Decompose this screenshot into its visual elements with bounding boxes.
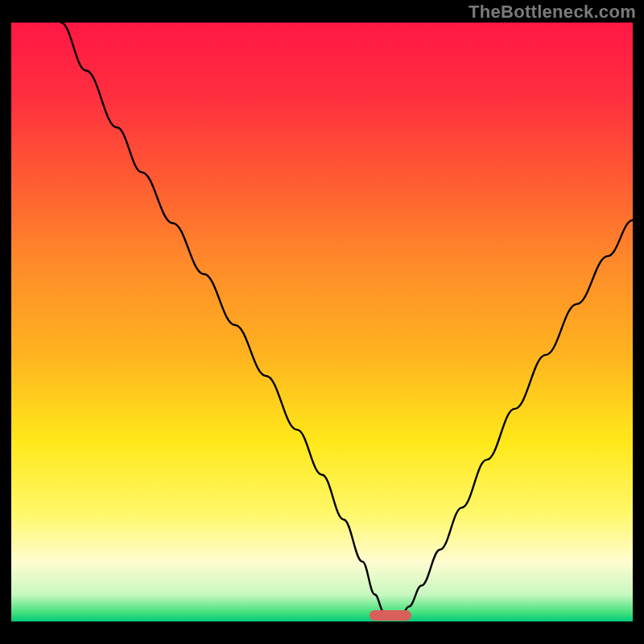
chart-stage: TheBottleneck.com bbox=[0, 0, 644, 644]
svg-rect-1 bbox=[369, 610, 411, 621]
bottleneck-chart bbox=[11, 23, 633, 621]
svg-rect-0 bbox=[11, 23, 633, 621]
watermark-text: TheBottleneck.com bbox=[469, 2, 636, 23]
plot-area bbox=[11, 23, 633, 621]
